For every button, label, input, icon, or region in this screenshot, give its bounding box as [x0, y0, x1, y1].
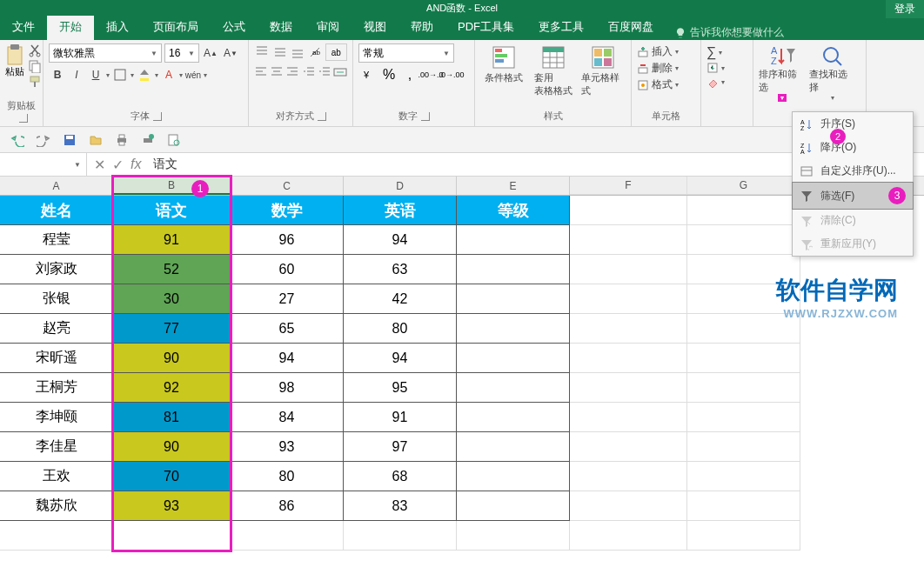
cell[interactable]: [570, 373, 687, 403]
wrap-text-button[interactable]: ab: [325, 43, 347, 61]
format-painter-icon[interactable]: [28, 75, 42, 89]
increase-indent-icon[interactable]: [318, 63, 331, 81]
cell[interactable]: 83: [344, 491, 457, 521]
tab-view[interactable]: 视图: [352, 14, 398, 40]
cell[interactable]: 81: [113, 403, 231, 432]
table-header[interactable]: 姓名: [0, 196, 113, 225]
cell[interactable]: 63: [344, 255, 457, 284]
tell-me[interactable]: 告诉我你想要做什么: [674, 25, 784, 40]
tab-home[interactable]: 开始: [47, 14, 94, 40]
orientation-icon[interactable]: ab: [307, 43, 323, 61]
cell[interactable]: [687, 521, 800, 551]
insert-cells-button[interactable]: 插入▾: [637, 43, 695, 60]
number-format-select[interactable]: 常规▼: [358, 43, 454, 63]
table-header[interactable]: 等级: [457, 196, 570, 225]
autosum-button[interactable]: ∑▾: [706, 43, 747, 61]
clipboard-launcher[interactable]: [19, 114, 28, 123]
decrease-font-icon[interactable]: A▼: [222, 44, 239, 62]
cell[interactable]: [457, 403, 570, 432]
login-button[interactable]: 登录: [886, 0, 924, 18]
redo-button[interactable]: [35, 131, 52, 149]
cell[interactable]: 84: [231, 403, 344, 432]
percent-icon[interactable]: %: [379, 66, 398, 83]
cell[interactable]: [113, 521, 231, 551]
clear-button[interactable]: ▾: [706, 75, 747, 89]
border-button[interactable]: [111, 66, 129, 83]
align-middle-icon[interactable]: [271, 43, 287, 61]
align-bottom-icon[interactable]: [290, 43, 305, 61]
cell[interactable]: 95: [344, 373, 457, 403]
cell[interactable]: 92: [113, 373, 231, 403]
cell[interactable]: 27: [231, 284, 344, 314]
col-header-b[interactable]: B: [113, 177, 231, 195]
format-cells-button[interactable]: 格式▾: [637, 77, 695, 93]
decrease-decimal-icon[interactable]: .0→.00: [442, 66, 461, 83]
cell[interactable]: 91: [344, 403, 457, 432]
cell[interactable]: [570, 491, 687, 521]
tab-file[interactable]: 文件: [0, 14, 47, 40]
cell[interactable]: 93: [113, 491, 231, 521]
enter-formula-icon[interactable]: ✓: [112, 157, 124, 173]
cell[interactable]: [570, 462, 687, 491]
cell[interactable]: 80: [231, 462, 344, 491]
name-box[interactable]: ▼: [0, 153, 87, 176]
cell[interactable]: 98: [231, 373, 344, 403]
cell[interactable]: 90: [113, 432, 231, 462]
cell[interactable]: [457, 344, 570, 373]
print-button[interactable]: [113, 131, 131, 149]
cell[interactable]: [687, 196, 800, 225]
cell[interactable]: 52: [113, 255, 231, 284]
phonetic-button[interactable]: wén: [184, 66, 202, 83]
cell[interactable]: [570, 403, 687, 432]
cell[interactable]: [687, 462, 800, 491]
cell[interactable]: 90: [113, 344, 231, 373]
tab-insert[interactable]: 插入: [94, 14, 141, 40]
cell[interactable]: 93: [231, 432, 344, 462]
save-button[interactable]: [61, 131, 78, 149]
cell[interactable]: [457, 432, 570, 462]
cell[interactable]: [687, 344, 800, 373]
cell[interactable]: [457, 521, 570, 551]
table-header[interactable]: 语文: [113, 196, 231, 225]
bold-button[interactable]: B: [49, 66, 66, 83]
sort-filter-button[interactable]: AZ 排序和筛选 ▾: [759, 43, 806, 102]
cell[interactable]: 42: [344, 284, 457, 314]
tab-layout[interactable]: 页面布局: [141, 14, 211, 40]
font-name-select[interactable]: 微软雅黑▼: [49, 43, 162, 63]
number-launcher[interactable]: [421, 112, 430, 121]
col-header-c[interactable]: C: [231, 177, 344, 195]
undo-button[interactable]: [9, 131, 26, 149]
cell[interactable]: [687, 373, 800, 403]
tab-help[interactable]: 帮助: [398, 14, 445, 40]
font-color-button[interactable]: A: [160, 66, 177, 83]
cell[interactable]: [457, 491, 570, 521]
spreadsheet-grid[interactable]: 姓名 语文 数学 英语 等级 程莹919694刘家政526063张银302742…: [0, 196, 924, 551]
table-format-button[interactable]: 套用 表格格式: [530, 43, 576, 99]
increase-font-icon[interactable]: A▲: [202, 44, 219, 62]
cell[interactable]: 宋昕遥: [0, 344, 113, 373]
tab-baidu[interactable]: 百度网盘: [596, 14, 666, 40]
tab-data[interactable]: 数据: [258, 14, 305, 40]
cell[interactable]: 程莹: [0, 225, 113, 255]
sort-desc-item[interactable]: ZA 降序(O): [793, 136, 913, 159]
cell[interactable]: [570, 225, 687, 255]
paste-button[interactable]: 粘贴: [5, 43, 24, 78]
quick-print-button[interactable]: [139, 131, 157, 149]
cell[interactable]: 刘家政: [0, 255, 113, 284]
fill-color-button[interactable]: [136, 66, 153, 83]
cell[interactable]: 李坤颐: [0, 403, 113, 432]
cell[interactable]: [457, 284, 570, 314]
tab-formula[interactable]: 公式: [211, 14, 258, 40]
cell[interactable]: [687, 491, 800, 521]
cell[interactable]: 魏苏欣: [0, 491, 113, 521]
col-header-f[interactable]: F: [570, 177, 687, 195]
cell[interactable]: 65: [231, 314, 344, 344]
cell[interactable]: [687, 403, 800, 432]
cell[interactable]: 张银: [0, 284, 113, 314]
cell[interactable]: [0, 521, 113, 551]
cell[interactable]: [570, 255, 687, 284]
cell[interactable]: 赵亮: [0, 314, 113, 344]
cell[interactable]: 97: [344, 432, 457, 462]
cell[interactable]: [570, 196, 687, 225]
cancel-formula-icon[interactable]: ✕: [94, 157, 105, 173]
